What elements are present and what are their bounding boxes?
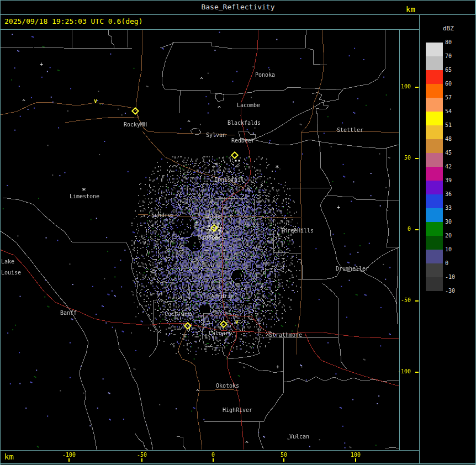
vee-marker: v	[235, 319, 239, 325]
legend-color-block	[426, 98, 443, 112]
city-label-lake: Lake	[1, 258, 14, 265]
caret-marker: ^	[218, 106, 221, 112]
title-bar: Base_Reflectivity	[0, 0, 476, 14]
y-tick-mark	[415, 158, 419, 159]
x-tick-label: -50	[137, 452, 147, 458]
plus-marker: +	[195, 220, 198, 225]
window-border-bottom	[0, 463, 476, 464]
station-diamond-marker	[184, 322, 192, 330]
city-label-blackfalds: Blackfalds	[228, 120, 261, 126]
legend-color-block	[426, 167, 443, 181]
legend-value-label: -30	[445, 288, 455, 294]
radar-map-display[interactable]: PonokaLacombeBlackfaldsSylvanRedDeerStet…	[1, 30, 399, 450]
x-axis-unit-label: km	[4, 452, 14, 461]
app-title: Base_Reflectivity	[0, 0, 476, 14]
x-tick-label: 50	[281, 452, 287, 458]
y-tick-label: 0	[384, 226, 411, 232]
legend-value-label: 39	[445, 177, 452, 183]
y-tick-label: -100	[384, 368, 411, 374]
legend-color-block	[426, 236, 443, 250]
legend-color-block	[426, 277, 443, 291]
legend-color-block	[426, 70, 443, 84]
city-label-airdrie: Airdrie	[211, 293, 234, 299]
city-label-banff: Banff	[60, 310, 77, 316]
legend-value-label: 36	[445, 191, 452, 197]
city-label-sundre: Sundre	[151, 212, 171, 218]
city-label-reddeer: RedDeer	[231, 138, 255, 144]
y-tick-label: -50	[384, 297, 411, 303]
dot-marker	[239, 160, 240, 162]
vee-marker: v	[94, 98, 97, 104]
city-label-sylvan: Sylvan	[206, 132, 226, 138]
city-label-threehills: ThreeHills	[281, 228, 314, 234]
legend-value-label: 20	[445, 232, 452, 239]
city-label-cochrane: Cochrane	[165, 311, 191, 317]
city-label-okotoks: Okotoks	[216, 383, 239, 389]
y-tick-mark	[415, 87, 419, 88]
y-tick-mark	[415, 229, 419, 230]
caret-marker: ^	[245, 441, 248, 447]
legend-value-label: 30	[445, 219, 452, 225]
caret-marker: ^	[187, 120, 191, 126]
plot-border-bottom	[0, 450, 420, 451]
city-label-drumheller: Drumheller	[336, 266, 369, 272]
caret-marker: ^	[260, 286, 263, 292]
plus-marker: +	[337, 205, 340, 210]
x-tick-mark	[141, 458, 142, 462]
legend-color-block	[426, 263, 443, 277]
legend-color-block	[426, 84, 443, 98]
station-diamond-marker	[131, 107, 139, 115]
city-label-louise: Louise	[1, 270, 21, 276]
x-tick-label: 100	[351, 452, 361, 458]
legend-color-block	[426, 56, 443, 70]
dot-marker	[235, 160, 237, 162]
legend-value-label: 33	[445, 205, 452, 211]
legend-color-block	[426, 208, 443, 222]
city-label-lacombe: Lacombe	[237, 102, 260, 108]
city-label-strathmore: Strathmore	[269, 332, 302, 338]
legend-value-label: 0	[445, 260, 448, 266]
legend-value-label: 70	[445, 53, 452, 59]
city-label-rockymh: RockyMH	[124, 121, 147, 128]
legend-value-label: 45	[445, 150, 452, 156]
legend-title: dBZ	[443, 25, 454, 32]
status-bar: 2025/09/18 19:25:03 UTC 0.6(deg)	[0, 15, 419, 29]
x-tick-label: 0	[211, 452, 215, 458]
y-tick-label: 50	[384, 155, 411, 161]
legend-color-block	[426, 112, 443, 125]
legend-color-block	[426, 222, 443, 236]
city-label-innisfail: Innisfail	[214, 177, 244, 183]
caret-marker: ^	[22, 99, 25, 105]
legend-value-label: 48	[445, 136, 452, 142]
city-label-highriver: HighRiver	[223, 407, 252, 413]
legend-value-label: 54	[445, 108, 452, 114]
y-tick-mark	[415, 300, 419, 302]
plot-border-right	[399, 29, 400, 451]
city-label-ponoka: Ponoka	[255, 72, 275, 78]
caret-marker: ^	[200, 77, 203, 83]
legend-color-block	[426, 125, 443, 139]
legend-color-block	[426, 139, 443, 153]
legend-color-block	[426, 181, 443, 194]
y-axis-unit-label: km	[406, 5, 415, 14]
station-diamond-marker	[220, 320, 228, 328]
y-tick-label: 100	[384, 83, 411, 89]
radar-viewer-window: Base_Reflectivity 2025/09/18 19:25:03 UT…	[0, 0, 476, 465]
legend-value-label: 80	[445, 39, 452, 45]
caret-marker: ^	[196, 389, 199, 395]
station-diamond-marker	[210, 224, 218, 232]
x-tick-mark	[213, 458, 214, 462]
scan-timestamp: 2025/09/18 19:25:03 UTC 0.6(deg)	[4, 17, 142, 25]
x-tick-label: -100	[62, 452, 76, 458]
plus-marker: +	[40, 62, 43, 67]
asterisk-marker: *	[275, 165, 279, 171]
color-legend: dBZ 807065605754514845423936333020100-10…	[420, 15, 475, 463]
legend-color-block	[426, 153, 443, 167]
legend-value-label: -10	[445, 274, 455, 280]
legend-value-label: 10	[445, 246, 452, 252]
x-tick-mark	[355, 458, 356, 462]
city-label-stettler: Stettler	[337, 127, 363, 133]
x-tick-mark	[283, 458, 284, 462]
city-label-didsbury: Didsbury	[198, 235, 225, 241]
legend-value-label: 57	[445, 94, 452, 101]
